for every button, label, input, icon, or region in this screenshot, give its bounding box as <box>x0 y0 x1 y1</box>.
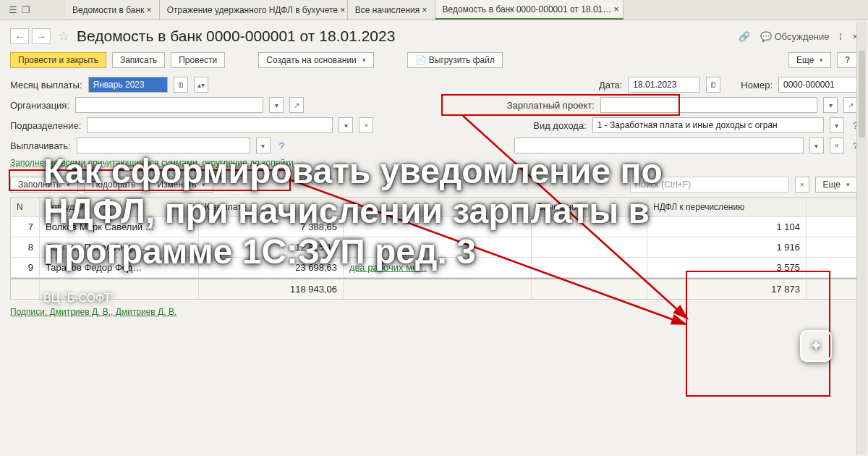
proj-open-icon[interactable]: ↗ <box>843 97 858 113</box>
col-n[interactable]: N <box>11 198 40 216</box>
nav-back[interactable]: ← <box>10 28 29 44</box>
export-file-button[interactable]: 📄 Выгрузить файл <box>407 52 503 68</box>
org-field[interactable] <box>75 97 263 113</box>
proj-field[interactable] <box>600 97 817 113</box>
org-dropdown-icon[interactable]: ▾ <box>269 97 284 113</box>
table-more-button[interactable]: Еще <box>815 177 858 193</box>
tab-1[interactable]: Ведомости в банк × <box>65 0 160 20</box>
proj-dropdown-icon[interactable]: ▾ <box>823 97 838 113</box>
income-field[interactable]: 1 - Заработная плата и иные доходы с огр… <box>592 117 824 133</box>
fill-hint-link[interactable]: Заполнение всеми причитающимися суммами,… <box>10 158 294 168</box>
system-icons: ☰ ❐ <box>0 0 65 20</box>
main-toolbar: Провести и закрыть Записать Провести Соз… <box>0 49 868 74</box>
page-title: Ведомость в банк 0000-000001 от 18.01.20… <box>77 28 395 45</box>
window-tabbar: ☰ ❐ Ведомости в банк × Отражение удержан… <box>0 0 868 20</box>
link-icon[interactable]: 🔗 <box>739 31 750 42</box>
docbasis-dropdown-icon[interactable]: ▾ <box>809 138 824 153</box>
pick-button[interactable]: Подобрать <box>84 177 143 193</box>
payto-help-icon[interactable]: ? <box>279 140 284 151</box>
tab-4[interactable]: Ведомость в банк 0000-000001 от 18.01… × <box>435 0 624 20</box>
dept-label: Подразделение: <box>10 120 81 131</box>
tab-2[interactable]: Отражение удержанного НДФЛ в бухучете × <box>160 0 348 20</box>
col-emp[interactable]: Сотрудник <box>40 198 199 216</box>
payto-label: Выплачивать: <box>10 140 71 151</box>
number-field[interactable]: 0000-000001 <box>778 77 858 93</box>
vertical-scrollbar[interactable] <box>856 22 867 455</box>
proj-label: Зарплатный проект: <box>507 100 595 111</box>
income-label: Вид дохода: <box>533 120 587 131</box>
table-row[interactable]: 8 Сергеев Павел Андр… 12 825,18 1 916 <box>11 237 857 258</box>
collapse-icon[interactable]: ⁞ <box>839 31 842 42</box>
signatures-link[interactable]: Подписи: Дмитриев Д. В., Дмитриев Д. В. <box>0 300 868 324</box>
total-ndfl: 17 873 <box>647 279 807 299</box>
dept-dropdown-icon[interactable]: ▾ <box>339 117 353 133</box>
overlay-logo-icon: ✦ <box>800 330 832 362</box>
discuss-icon[interactable]: 💬 Обсуждение <box>760 31 829 42</box>
extra-link[interactable]: два рабочих ме… <box>349 262 427 273</box>
month-label: Месяц выплаты: <box>10 80 82 90</box>
month-picker-icon[interactable]: 🗓 <box>174 77 188 93</box>
table-header: N Сотрудник К выплате Взыскано НДФЛ к пе… <box>11 198 857 217</box>
col-ndfl[interactable]: НДФЛ к перечислению <box>647 198 807 216</box>
save-button[interactable]: Записать <box>112 52 165 68</box>
post-button[interactable]: Провести <box>171 52 225 68</box>
date-field[interactable]: 18.01.2023 <box>628 77 700 93</box>
create-based-button[interactable]: Создать на основании <box>258 52 374 68</box>
post-and-close-button[interactable]: Провести и закрыть <box>10 52 106 68</box>
docbasis-clear-icon[interactable]: × <box>830 138 844 153</box>
col-pay[interactable]: К выплате <box>199 198 344 216</box>
dept-clear-icon[interactable]: × <box>359 117 373 133</box>
date-picker-icon[interactable]: 🗓 <box>706 77 720 93</box>
form-area: Месяц выплаты: Январь 2023 🗓 ▴▾ Дата: 18… <box>0 74 868 168</box>
table-toolbar: Заполнить Подобрать Изменить Поиск (Ctrl… <box>0 172 868 197</box>
table-row[interactable]: 7 Волков Марк Савелий … 7 388,65 1 104 <box>11 217 857 237</box>
fill-button[interactable]: Заполнить <box>10 177 78 193</box>
tab-3[interactable]: Все начисления × <box>348 0 435 20</box>
change-button[interactable]: Изменить <box>149 177 213 193</box>
col-charged[interactable]: Взыскано <box>532 198 647 216</box>
total-pay: 118 943,06 <box>199 279 344 299</box>
titlebar: ← → ☆ Ведомость в банк 0000-000001 от 18… <box>0 20 868 49</box>
month-field[interactable]: Январь 2023 <box>88 77 168 93</box>
nav-fwd[interactable]: → <box>32 28 51 44</box>
docbasis-field[interactable] <box>514 138 804 153</box>
table-row[interactable]: 9 Тарасов Федор Фед… 23 698,63 два рабоч… <box>11 258 857 278</box>
windows-icon[interactable]: ❐ <box>22 4 30 15</box>
col-extra[interactable] <box>344 198 532 216</box>
payto-dropdown-icon[interactable]: ▾ <box>256 138 271 153</box>
scrollbar-thumb[interactable] <box>859 51 865 138</box>
help-button[interactable]: ? <box>837 52 858 68</box>
more-button[interactable]: Еще <box>788 52 831 68</box>
payto-field[interactable] <box>77 138 250 153</box>
star-icon[interactable]: ☆ <box>58 28 69 44</box>
search-clear-icon[interactable]: × <box>795 177 809 193</box>
menu-icon[interactable]: ☰ <box>9 4 17 15</box>
dept-field[interactable] <box>87 117 333 133</box>
month-step-up[interactable]: ▴▾ <box>194 77 208 93</box>
date-label: Дата: <box>599 80 622 90</box>
org-label: Организация: <box>10 100 69 111</box>
income-dropdown-icon[interactable]: ▾ <box>830 117 844 133</box>
number-label: Номер: <box>741 80 773 90</box>
org-open-icon[interactable]: ↗ <box>289 97 304 113</box>
table-search-input[interactable]: Поиск (Ctrl+F) <box>630 177 789 193</box>
table-footer: 118 943,06 17 873 <box>11 278 857 299</box>
payments-table: N Сотрудник К выплате Взыскано НДФЛ к пе… <box>10 197 858 300</box>
